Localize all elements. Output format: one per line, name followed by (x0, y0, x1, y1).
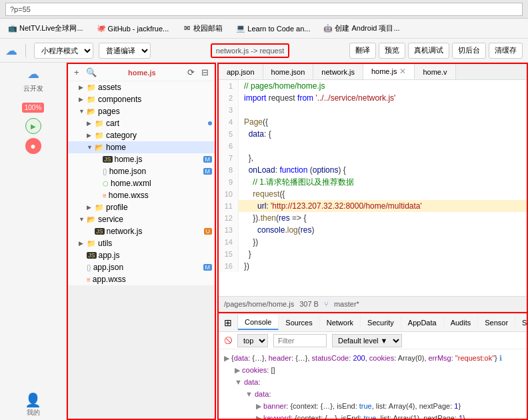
devtools-menu-icon: ⊞ (224, 317, 232, 328)
close-icon[interactable]: ✕ (399, 67, 406, 76)
tab-home-v[interactable]: home.v (415, 64, 455, 79)
code-editor[interactable]: 1 // pages/home/home.js 2 import request… (219, 80, 527, 296)
translate-btn[interactable]: 翻译 (349, 43, 376, 59)
zoom-control[interactable]: 100% (22, 103, 45, 113)
console-line-cookies: ▶ cookies: [] (224, 364, 521, 376)
tree-home-wxss[interactable]: ≡ home.wxss (68, 189, 215, 201)
tree-app-wxss[interactable]: ≡ app.wxss (68, 273, 215, 285)
tree-home-label: home (106, 143, 126, 152)
backend-btn[interactable]: 切后台 (452, 43, 486, 59)
clear-console-icon[interactable]: 🚫 (224, 337, 232, 344)
console-filter[interactable] (273, 334, 327, 347)
tab-audits[interactable]: Audits (444, 316, 479, 329)
editor-area: app.json home.json network.js home.js ✕ … (217, 63, 528, 420)
action-buttons: 翻译 预览 真机调试 切后台 清缓存 (349, 43, 523, 59)
branch-name: master* (334, 300, 359, 308)
tab-security[interactable]: Security (361, 316, 401, 329)
bookmark-netlive[interactable]: 📺 NetTV.Live全球网... (4, 22, 87, 35)
devtools-toolbar: 🚫 top Default level ▼ (219, 332, 527, 349)
folder-icon: 📂 (95, 143, 104, 152)
tree-home-wxml[interactable]: ⬡ home.wxml (68, 177, 215, 189)
bookmark-android-label: 创建 Android 项目... (335, 23, 399, 33)
collapse-btn[interactable]: ⊟ (199, 67, 211, 78)
tree-category[interactable]: ▶ 📁 category (68, 129, 215, 141)
mine-section[interactable]: 👤 我的 (0, 389, 66, 420)
record-button[interactable]: ● (25, 138, 41, 154)
js-icon: JS (87, 252, 97, 259)
code-line-6: 6 (219, 140, 527, 152)
tab-storage[interactable]: Storage (515, 316, 528, 329)
bookmark-android[interactable]: 🤖 创建 Android 项目... (319, 22, 403, 35)
tree-pages[interactable]: ▼ 📂 pages (68, 105, 215, 117)
tree-service-label: service (98, 215, 123, 224)
tab-network-js-label: network.js (321, 68, 355, 76)
clear-btn[interactable]: 清缓存 (489, 43, 523, 59)
ide-toolbar: ☁ 小程序模式 普通编译 network.js -> request 翻译 预览… (0, 39, 528, 63)
tab-sources[interactable]: Sources (279, 316, 319, 329)
tab-network[interactable]: Network (320, 316, 361, 329)
tree-service[interactable]: ▼ 📂 service (68, 213, 215, 225)
tab-app-json[interactable]: app.json (219, 64, 263, 79)
bookmark-learn[interactable]: 💻 Learn to Code an... (232, 23, 314, 35)
search-btn[interactable]: 🔍 (84, 67, 99, 78)
tree-cart-label: cart (106, 119, 119, 128)
github-icon: 🐙 (97, 24, 106, 33)
tree-assets[interactable]: ▶ 📁 assets (68, 81, 215, 93)
tree-app-wxss-label: app.wxss (93, 275, 126, 284)
wxss-icon: ≡ (87, 276, 91, 283)
console-line-1: ▶ {data: {…}, header: {…}, statusCode: 2… (224, 352, 521, 364)
preview-btn[interactable]: 预览 (379, 43, 405, 59)
bookmark-github[interactable]: 🐙 GitHub - jackfrue... (93, 23, 173, 35)
badge-m: M (203, 168, 213, 175)
tree-home-js[interactable]: JS home.js M (68, 153, 215, 165)
arrow-icon: ▶ (79, 240, 87, 247)
mine-label: 我的 (27, 408, 40, 417)
tree-app-json[interactable]: {} app.json M (68, 261, 215, 273)
folder-icon: 📂 (87, 107, 96, 116)
bookmarks-bar: 📺 NetTV.Live全球网... 🐙 GitHub - jackfrue..… (0, 19, 528, 39)
tree-home-wxss-label: home.wxss (109, 191, 149, 200)
tree-home[interactable]: ▼ 📂 home (68, 141, 215, 153)
tab-console[interactable]: Console (238, 315, 279, 330)
tree-utils[interactable]: ▶ 📁 utils (68, 237, 215, 249)
console-line-banner: ▶ banner: {context: {…}, isEnd: true, li… (224, 400, 521, 412)
tree-app-js[interactable]: JS app.js (68, 249, 215, 261)
tab-appdata[interactable]: AppData (401, 316, 444, 329)
tab-home-json[interactable]: home.json (263, 64, 314, 79)
mode-section: 小程序模式 (34, 43, 93, 59)
compile-select[interactable]: 普通编译 (99, 43, 151, 59)
network-label: network.js -> request (216, 47, 284, 55)
play-button[interactable]: ▶ (25, 118, 41, 134)
debug-btn[interactable]: 真机调试 (408, 43, 449, 59)
file-size: 307 B (299, 300, 319, 308)
badge-m: M (203, 264, 213, 271)
tree-components[interactable]: ▶ 📁 components (68, 93, 215, 105)
console-line-keyword: ▶ keyword: {context: {…}, isEnd: true, l… (224, 412, 521, 419)
file-path: /pages/home/home.js (224, 300, 294, 308)
tree-profile[interactable]: ▶ 📁 profile (68, 201, 215, 213)
tab-network-js[interactable]: network.js (313, 64, 363, 79)
code-line-3: 3 (219, 104, 527, 116)
mail-icon: ✉ (182, 24, 191, 33)
js-icon: JS (103, 156, 113, 163)
url-bar[interactable]: ?p=55 (5, 3, 523, 16)
tree-home-js-label: home.js (115, 155, 143, 164)
tree-app-js-label: app.js (99, 251, 120, 260)
folder-icon: 📁 (95, 203, 104, 212)
tab-sensor[interactable]: Sensor (478, 316, 515, 329)
bookmark-mail[interactable]: ✉ 校园邮箱 (178, 22, 227, 35)
level-select[interactable]: Default level ▼ (332, 334, 402, 347)
tree-network-js[interactable]: JS network.js U (68, 225, 215, 237)
new-file-btn[interactable]: + (72, 67, 81, 78)
refresh-btn[interactable]: ⟳ (185, 67, 197, 78)
tree-home-json[interactable]: {} home.json M (68, 165, 215, 177)
file-tree-highlight: + 🔍 home.js ⟳ ⊟ ▶ 📁 assets ▶ 📁 component… (67, 63, 216, 420)
mode-select[interactable]: 小程序模式 (34, 43, 93, 59)
file-tree: + 🔍 home.js ⟳ ⊟ ▶ 📁 assets ▶ 📁 component… (68, 64, 215, 285)
tree-assets-label: assets (98, 83, 121, 92)
context-select[interactable]: top (237, 334, 268, 347)
code-line-7: 7 }, (219, 152, 527, 164)
tab-home-js[interactable]: home.js ✕ (363, 64, 415, 79)
badge-m: M (203, 156, 213, 163)
tree-cart[interactable]: ▶ 📁 cart (68, 117, 215, 129)
